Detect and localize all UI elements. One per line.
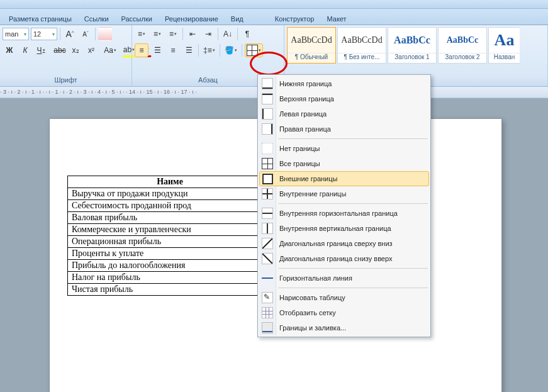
superscript-button[interactable]: x² bbox=[84, 43, 98, 57]
borders-icon bbox=[247, 45, 258, 56]
menu-borders-dialog[interactable]: Границы и заливка... bbox=[259, 320, 429, 335]
table-header-name[interactable]: Наиме bbox=[68, 176, 272, 188]
tab-page-layout[interactable]: Разметка страницы bbox=[3, 13, 78, 25]
tab-constructor[interactable]: Конструктор bbox=[269, 13, 321, 25]
menu-border-diagonal-down[interactable]: Диагональная граница сверху вниз bbox=[259, 236, 429, 251]
sort-button[interactable]: А↓ bbox=[221, 27, 235, 41]
menu-border-inside-horizontal[interactable]: Внутренняя горизонтальная граница bbox=[259, 206, 429, 221]
menu-border-outside[interactable]: Внешние границы bbox=[259, 171, 429, 186]
font-size-text: 12 bbox=[33, 30, 41, 38]
tab-layout[interactable]: Макет bbox=[320, 13, 352, 25]
align-right-button[interactable]: ≡ bbox=[166, 43, 180, 57]
menu-border-none[interactable]: Нет границы bbox=[259, 141, 429, 156]
borders-button[interactable]: ▾ bbox=[245, 43, 263, 57]
border-inside-icon bbox=[262, 188, 273, 199]
menu-border-top[interactable]: Верхняя граница bbox=[259, 91, 429, 106]
italic-button[interactable]: К bbox=[18, 43, 32, 57]
align-left-button[interactable]: ≡ bbox=[135, 43, 148, 57]
menu-border-left[interactable]: Левая граница bbox=[259, 106, 429, 121]
ribbon-tabs: Разметка страницы Ссылки Рассылки Реценз… bbox=[0, 9, 548, 25]
strike-button[interactable]: abc bbox=[53, 43, 67, 57]
gridlines-icon bbox=[262, 307, 273, 318]
horizontal-line-icon bbox=[262, 272, 273, 284]
font-name-text: man bbox=[5, 30, 18, 38]
borders-dialog-icon bbox=[262, 322, 273, 333]
style-no-spacing[interactable]: AaBbCcDd ¶ Без инте... bbox=[337, 27, 386, 64]
border-diagonal-up-icon bbox=[262, 253, 273, 264]
change-case-button[interactable]: Aa▾ bbox=[103, 43, 117, 57]
borders-dropdown: Нижняя граница Верхняя граница Левая гра… bbox=[257, 74, 431, 337]
tab-links[interactable]: Ссылки bbox=[78, 13, 115, 25]
menu-border-inside-vertical[interactable]: Внутренняя вертикальная граница bbox=[259, 221, 429, 236]
menu-border-right[interactable]: Правая граница bbox=[259, 121, 429, 137]
multilevel-button[interactable]: ≡▾ bbox=[166, 27, 180, 41]
tab-review[interactable]: Рецензирование bbox=[159, 13, 225, 25]
border-left-icon bbox=[262, 108, 273, 120]
outdent-button[interactable]: ⇤ bbox=[186, 27, 199, 41]
style-heading2[interactable]: AaBbCc Заголовок 2 bbox=[438, 27, 487, 64]
grow-font-button[interactable]: A^ bbox=[63, 27, 77, 41]
font-size-combo[interactable]: 12▾ bbox=[31, 28, 57, 40]
menu-border-all[interactable]: Все границы bbox=[259, 156, 429, 171]
border-top-icon bbox=[262, 93, 273, 104]
subscript-button[interactable]: x₂ bbox=[69, 43, 82, 57]
border-outside-icon bbox=[262, 174, 273, 184]
menu-border-diagonal-up[interactable]: Диагональная граница снизу вверх bbox=[259, 251, 429, 266]
border-inside-vertical-icon bbox=[262, 223, 273, 234]
border-all-icon bbox=[262, 158, 273, 169]
style-heading1[interactable]: AaBbCc Заголовок 1 bbox=[388, 27, 437, 64]
draw-table-icon bbox=[262, 292, 273, 303]
underline-button[interactable]: Ч▾ bbox=[34, 43, 48, 57]
style-title[interactable]: Aa Назван bbox=[488, 27, 520, 64]
border-right-icon bbox=[262, 123, 273, 135]
menu-border-inside[interactable]: Внутренние границы bbox=[259, 186, 429, 201]
menu-draw-table[interactable]: Нарисовать таблицу bbox=[259, 290, 429, 305]
bullets-button[interactable]: ≡▾ bbox=[135, 27, 148, 41]
group-font-label: Шрифт bbox=[0, 76, 131, 86]
font-name-combo[interactable]: man▾ bbox=[3, 28, 29, 40]
border-none-icon bbox=[262, 143, 273, 154]
border-diagonal-down-icon bbox=[262, 238, 273, 249]
align-justify-button[interactable]: ☰ bbox=[182, 43, 196, 57]
menu-view-gridlines[interactable]: Отобразить сетку bbox=[259, 305, 429, 320]
clear-format-button[interactable] bbox=[98, 27, 112, 41]
menu-border-bottom[interactable]: Нижняя граница bbox=[259, 76, 429, 91]
tab-view[interactable]: Вид bbox=[225, 13, 250, 25]
align-center-button[interactable]: ☰ bbox=[150, 43, 164, 57]
group-font: man▾ 12▾ A^ Aˇ Ж К Ч▾ abc x₂ x² bbox=[0, 25, 132, 86]
show-marks-button[interactable]: ¶ bbox=[240, 27, 254, 41]
shrink-font-button[interactable]: Aˇ bbox=[79, 27, 92, 41]
border-inside-horizontal-icon bbox=[262, 208, 273, 219]
numbering-button[interactable]: ≡▾ bbox=[150, 27, 164, 41]
bold-button[interactable]: Ж bbox=[3, 43, 16, 57]
border-bottom-icon bbox=[262, 78, 273, 89]
indent-button[interactable]: ⇥ bbox=[201, 27, 215, 41]
menu-horizontal-line[interactable]: Горизонтальная линия bbox=[259, 271, 429, 286]
line-spacing-button[interactable]: ‡≡▾ bbox=[201, 43, 217, 57]
tab-mailings[interactable]: Рассылки bbox=[115, 13, 159, 25]
shading-button[interactable]: 🪣▾ bbox=[223, 43, 239, 57]
style-normal[interactable]: AaBbCcDd ¶ Обычный bbox=[287, 27, 336, 64]
